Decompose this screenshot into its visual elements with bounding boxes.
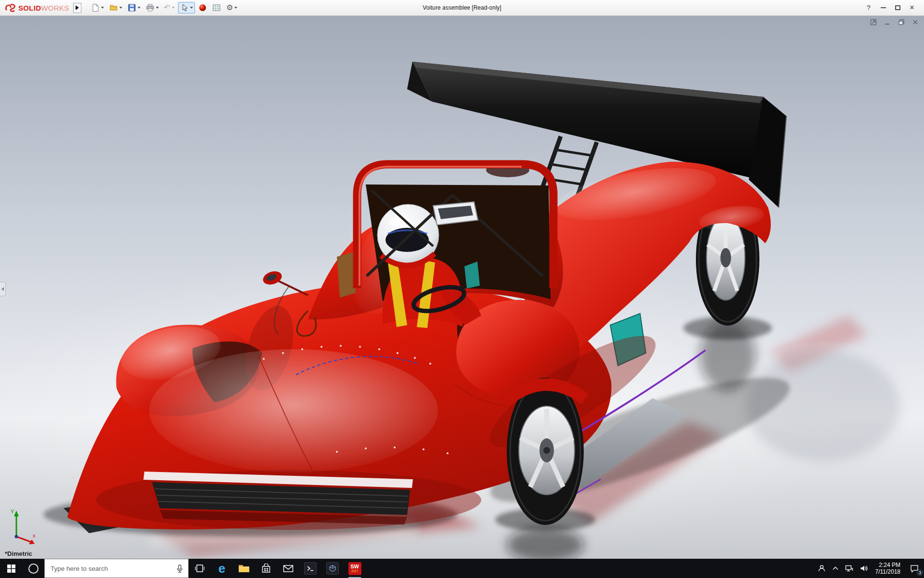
options-button[interactable]: ⚙ <box>224 2 239 13</box>
appearance-button[interactable] <box>196 2 209 13</box>
document-window-controls <box>870 18 919 26</box>
orientation-triad: Y x <box>4 507 41 547</box>
help-button[interactable]: ? <box>861 1 876 14</box>
new-document-button[interactable] <box>89 2 106 13</box>
hidden-icons-button[interactable] <box>829 559 842 578</box>
dash-panel <box>337 252 356 298</box>
ds-logo-icon <box>5 3 16 13</box>
appearance-sphere-icon <box>198 3 207 12</box>
side-mirror[interactable] <box>261 269 308 295</box>
solidworks-window: SOLIDWORKS ↶ <box>0 0 924 578</box>
dropdown-caret-icon <box>234 7 237 9</box>
task-view-icon <box>194 564 205 573</box>
restore-doc-icon[interactable] <box>898 18 905 26</box>
cube-app-icon <box>326 562 339 575</box>
undo-icon: ↶ <box>164 3 170 12</box>
window-controls: ? × <box>861 1 924 14</box>
edge-icon: e <box>218 562 225 575</box>
seat-teal <box>464 262 480 289</box>
close-button[interactable]: × <box>905 1 919 14</box>
triad-y-label: Y <box>11 509 14 514</box>
start-button[interactable] <box>0 559 22 578</box>
feature-tree-collapse-tab[interactable] <box>0 282 6 296</box>
new-document-icon <box>91 3 100 12</box>
microphone-icon[interactable] <box>176 565 183 573</box>
dropdown-caret-icon <box>138 7 141 9</box>
taskbar-app-dark-cube[interactable] <box>321 559 344 578</box>
store-icon <box>261 564 271 573</box>
play-arrow-icon <box>76 5 79 10</box>
sw-year: 2017 <box>351 569 358 573</box>
minimize-button[interactable] <box>876 1 890 14</box>
save-button[interactable] <box>126 2 142 13</box>
taskbar-app-solidworks[interactable]: SW 2017 <box>344 559 366 578</box>
select-button[interactable] <box>178 2 195 13</box>
minimize-doc-icon[interactable] <box>884 18 891 26</box>
maximize-icon <box>895 5 900 10</box>
taskbar-app-mail[interactable] <box>277 559 299 578</box>
action-center-button[interactable]: 3 <box>905 559 924 578</box>
open-button[interactable] <box>107 2 124 13</box>
taskbar-search[interactable] <box>44 559 189 578</box>
taskbar-app-terminal[interactable] <box>299 559 321 578</box>
chevron-left-icon <box>1 287 4 291</box>
people-button[interactable] <box>814 559 829 578</box>
taskbar-app-edge[interactable]: e <box>211 559 233 578</box>
quick-access-toolbar: ↶ ⚙ <box>89 2 240 13</box>
dropdown-caret-icon <box>156 7 159 9</box>
graphics-viewport[interactable]: Y x *Dimetric <box>0 16 924 559</box>
chevron-up-icon <box>833 566 838 570</box>
evaluate-button[interactable] <box>210 2 223 13</box>
front-nose-details <box>143 472 413 525</box>
file-explorer-icon <box>238 564 250 573</box>
terminal-icon <box>304 562 317 575</box>
dropdown-caret-icon <box>101 7 104 9</box>
windows-taskbar: e SW 2017 <box>0 559 924 578</box>
print-icon <box>146 3 154 12</box>
solidworks-app-icon: SW 2017 <box>348 562 361 575</box>
view-orientation-label: *Dimetric <box>5 550 32 557</box>
cortana-icon <box>28 564 38 574</box>
notification-badge: 3 <box>917 569 923 576</box>
triad-x-label: x <box>33 533 36 539</box>
clock-time: 2:24 PM <box>879 562 900 568</box>
search-input[interactable] <box>45 565 176 572</box>
network-icon <box>845 565 853 572</box>
mail-icon <box>283 565 294 573</box>
open-icon <box>109 3 118 12</box>
maximize-button[interactable] <box>890 1 905 14</box>
solidworks-logo: SOLIDWORKS <box>0 3 73 13</box>
scene-canvas[interactable] <box>0 16 924 559</box>
taskbar-clock[interactable]: 2:24 PM 7/11/2018 <box>871 562 905 575</box>
brand-works: WORKS <box>41 4 69 12</box>
speaker-icon <box>860 565 868 572</box>
select-cursor-icon <box>180 3 189 12</box>
taskbar-app-file-explorer[interactable] <box>233 559 255 578</box>
dropdown-caret-icon <box>190 7 193 9</box>
undo-button[interactable]: ↶ <box>162 2 177 13</box>
dropdown-caret-icon <box>119 7 122 9</box>
taskbar-app-store[interactable] <box>255 559 277 578</box>
dock-icon[interactable] <box>870 18 877 26</box>
sw-label: SW <box>350 564 359 569</box>
windows-logo-icon <box>7 565 15 573</box>
taskbar-app-task-view[interactable] <box>189 559 211 578</box>
toolbar-expand-arrow[interactable] <box>73 3 81 13</box>
clock-date: 7/11/2018 <box>875 568 901 575</box>
people-icon <box>818 565 826 572</box>
dropdown-caret-icon <box>172 7 175 9</box>
brand-solid: SOLID <box>18 4 41 12</box>
close-doc-icon[interactable] <box>911 18 919 26</box>
volume-button[interactable] <box>857 559 871 578</box>
cortana-button[interactable] <box>22 559 44 578</box>
print-button[interactable] <box>144 2 161 13</box>
network-button[interactable] <box>842 559 857 578</box>
minimize-icon <box>881 7 886 8</box>
title-bar: SOLIDWORKS ↶ <box>0 0 924 16</box>
options-gear-icon: ⚙ <box>226 3 233 12</box>
evaluate-table-icon <box>212 3 221 12</box>
system-tray: 2:24 PM 7/11/2018 3 <box>814 559 924 578</box>
save-icon <box>128 3 136 12</box>
